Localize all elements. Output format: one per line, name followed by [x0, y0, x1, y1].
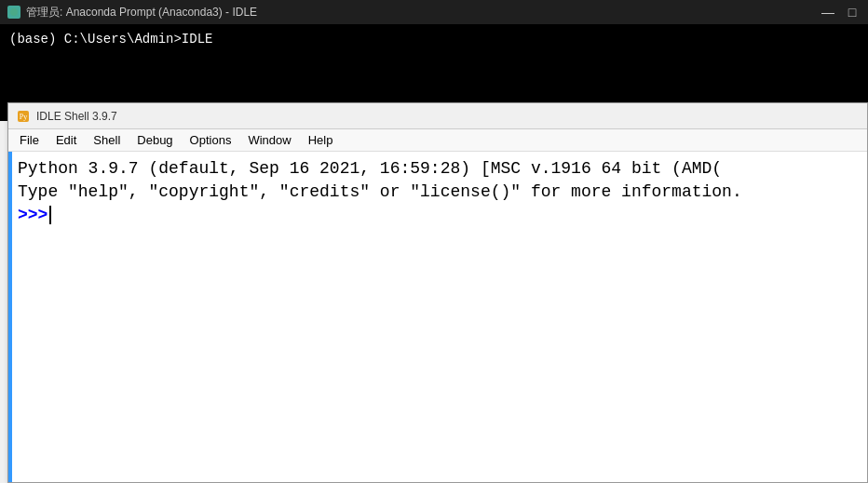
anaconda-app-icon [7, 6, 20, 19]
anaconda-minimize-button[interactable]: — [820, 4, 836, 20]
idle-title-text: IDLE Shell 3.9.7 [36, 110, 117, 123]
anaconda-window-controls: — □ [820, 4, 861, 20]
svg-point-0 [10, 8, 18, 16]
menu-debug[interactable]: Debug [129, 131, 180, 149]
menu-options[interactable]: Options [183, 131, 239, 149]
menu-help[interactable]: Help [301, 131, 341, 149]
menu-file[interactable]: File [12, 131, 47, 149]
idle-cursor [49, 206, 51, 224]
menu-edit[interactable]: Edit [48, 131, 84, 149]
anaconda-command-text: (base) C:\Users\Admin>IDLE [9, 32, 212, 47]
idle-titlebar: Py IDLE Shell 3.9.7 [8, 103, 867, 129]
svg-text:Py: Py [20, 113, 27, 121]
anaconda-title-left: 管理员: Anaconda Prompt (Anaconda3) - IDLE [7, 5, 257, 20]
anaconda-title-text: 管理员: Anaconda Prompt (Anaconda3) - IDLE [26, 5, 257, 20]
idle-app-icon: Py [16, 109, 31, 124]
menu-window[interactable]: Window [240, 131, 298, 149]
idle-python-version-line: Python 3.9.7 (default, Sep 16 2021, 16:5… [18, 157, 858, 181]
menu-shell[interactable]: Shell [86, 131, 128, 149]
idle-prompt-symbol: >>> [18, 206, 47, 224]
idle-shell-content[interactable]: Python 3.9.7 (default, Sep 16 2021, 16:5… [8, 152, 867, 482]
idle-window: Py IDLE Shell 3.9.7 File Edit Shell Debu… [7, 102, 868, 483]
idle-menubar: File Edit Shell Debug Options Window Hel… [8, 129, 867, 152]
anaconda-titlebar: 管理员: Anaconda Prompt (Anaconda3) - IDLE … [0, 0, 868, 24]
idle-prompt-line[interactable]: >>> [18, 206, 858, 224]
idle-help-line: Type "help", "copyright", "credits" or "… [18, 181, 858, 204]
anaconda-restore-button[interactable]: □ [844, 4, 861, 20]
